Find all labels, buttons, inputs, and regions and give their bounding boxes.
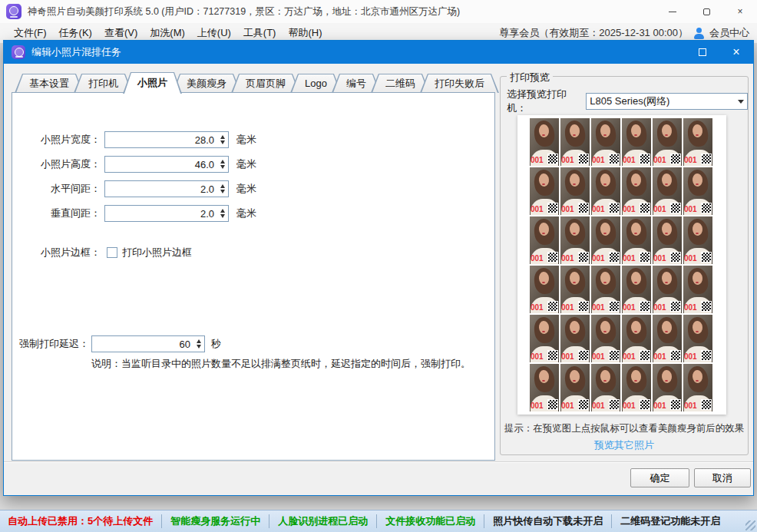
menu-item[interactable]: 帮助(H) [282,25,328,41]
ok-button[interactable]: 确定 [630,468,689,487]
vspacing-spinner[interactable] [217,206,228,221]
close-button[interactable]: × [723,0,757,23]
edit-task-dialog: 编辑小照片混排任务 × 基本设置打印机小照片美颜瘦身页眉页脚Logo编号二维码打… [3,40,754,496]
qr-code-icon [578,350,589,361]
member-area: 尊享会员（有效期至：2025-12-31 00:00） 会员中心 [499,26,749,40]
photo-cell[interactable]: 001 [622,167,651,215]
print-border-checkbox[interactable] [107,247,117,258]
field-row-height: 小照片高度： 46.0 毫米 [12,156,256,173]
photo-cell[interactable]: 001 [530,167,559,215]
tab-small-photo[interactable]: 小照片 [123,72,182,94]
photo-cell[interactable]: 001 [591,167,620,215]
photo-cell[interactable]: 001 [653,118,682,166]
width-input[interactable]: 28.0 [104,131,229,148]
height-spinner[interactable] [217,157,228,172]
width-unit: 毫米 [236,133,256,147]
photo-cell[interactable]: 001 [591,315,620,362]
spin-up-icon [220,135,225,139]
qr-code-icon [640,154,650,164]
photo-cell[interactable]: 001 [622,364,651,411]
delay-unit: 秒 [211,337,221,351]
photo-lips [573,134,576,136]
print-border-checkbox-label[interactable]: 打印小照片边框 [122,246,192,259]
dialog-close-button[interactable]: × [719,41,753,64]
photo-cell[interactable]: 001 [591,266,620,313]
photo-cell[interactable]: 001 [622,315,651,362]
photo-cell[interactable]: 001 [560,364,590,411]
photo-cell[interactable]: 001 [683,167,712,215]
photo-cell[interactable]: 001 [683,266,712,313]
tab-strip: 基本设置打印机小照片美颜瘦身页眉页脚Logo编号二维码打印失败后 [15,72,489,93]
field-row-border: 小照片边框： 打印小照片边框 [12,244,192,261]
photo-cell[interactable]: 001 [560,315,590,362]
delay-spinner[interactable] [193,336,204,352]
photo-cell[interactable]: 001 [683,118,712,166]
photo-cell[interactable]: 001 [653,216,682,264]
qr-code-icon [609,301,620,312]
photo-cell[interactable]: 001 [653,167,682,215]
member-person-icon [693,28,704,39]
menu-item[interactable]: 查看(V) [98,25,144,41]
menu-item[interactable]: 任务(K) [53,25,98,41]
maximize-button[interactable] [689,0,723,23]
photo-cell[interactable]: 001 [683,364,712,411]
photo-cell[interactable]: 001 [530,364,559,411]
photo-lips [603,233,607,234]
qr-code-icon [701,203,712,213]
photo-cell[interactable]: 001 [530,118,559,166]
printer-select-combobox[interactable]: L805 Series(网络) [586,93,748,110]
photo-cell[interactable]: 001 [653,266,682,313]
resize-grip[interactable] [745,520,755,530]
photo-cell[interactable]: 001 [622,216,651,264]
button-separator [4,461,753,463]
print-preview-group: 打印预览 选择预览打印机： L805 Series(网络) 0010010010… [500,76,749,455]
photo-cell[interactable]: 001 [683,315,712,362]
spin-up-icon [220,209,225,213]
app-logo-icon [6,4,21,19]
delay-input[interactable]: 60 [91,335,205,352]
photo-cell[interactable]: 001 [591,216,620,264]
photo-lips [665,233,668,234]
photo-number-badge: 001 [592,156,605,164]
hspacing-spinner[interactable] [217,181,228,197]
photo-number-badge: 001 [623,303,636,312]
preview-page[interactable]: 0010010010010010010010010010010010010010… [517,115,726,415]
minimize-button[interactable] [656,0,689,23]
photo-cell[interactable]: 001 [622,118,651,166]
photo-cell[interactable]: 001 [530,216,559,264]
width-spinner[interactable] [217,132,228,147]
window-controls: × [656,0,757,23]
preview-other-photos-link[interactable]: 预览其它照片 [501,438,748,452]
photo-cell[interactable]: 001 [560,216,590,264]
tab-label: 页眉页脚 [246,78,286,89]
vspacing-input[interactable]: 2.0 [104,205,229,222]
height-unit: 毫米 [236,157,256,171]
dialog-maximize-button[interactable] [686,41,719,64]
photo-cell[interactable]: 001 [560,167,590,215]
photo-cell[interactable]: 001 [653,315,682,362]
photo-cell[interactable]: 001 [530,266,559,313]
photo-cell[interactable]: 001 [653,364,682,411]
photo-cell[interactable]: 001 [530,315,559,362]
tab-print-failure[interactable]: 打印失败后 [420,74,499,93]
status-item: 照片快传自动下载未开启 [484,514,603,528]
qr-code-icon [640,350,650,361]
photo-cell[interactable]: 001 [591,118,620,166]
photo-cell[interactable]: 001 [560,118,590,166]
photo-number-badge: 001 [592,303,605,312]
height-input[interactable]: 46.0 [104,156,229,173]
member-center-link[interactable]: 会员中心 [709,26,749,40]
hspacing-input[interactable]: 2.0 [104,180,229,197]
menu-item[interactable]: 上传(U) [191,25,237,41]
cancel-button[interactable]: 取消 [694,468,751,487]
height-value: 46.0 [105,159,217,170]
menu-item[interactable]: 文件(F) [8,25,53,41]
photo-cell[interactable]: 001 [622,266,651,313]
photo-cell[interactable]: 001 [683,216,712,264]
vspacing-label: 垂直间距： [12,207,101,220]
qr-code-icon [578,301,589,312]
menu-item[interactable]: 加洗(M) [144,25,191,41]
photo-cell[interactable]: 001 [591,364,620,411]
menu-item[interactable]: 工具(T) [237,25,283,41]
photo-cell[interactable]: 001 [560,266,590,313]
